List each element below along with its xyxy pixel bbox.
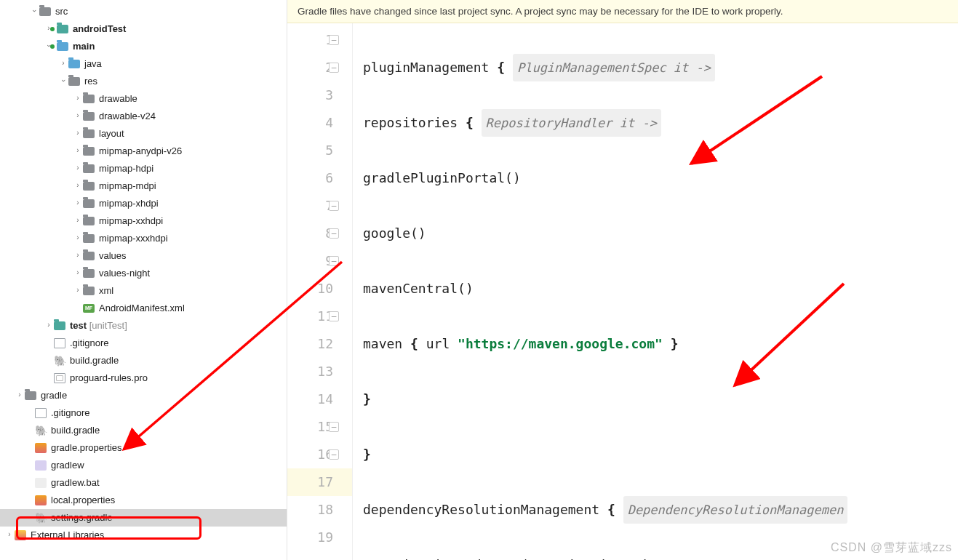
- tree-label: res: [84, 73, 103, 90]
- fold-icon[interactable]: [329, 228, 339, 239]
- tree-drawable-v24[interactable]: drawable-v24: [0, 108, 287, 125]
- shell-icon: [35, 460, 47, 471]
- tree-label: gradle.properties: [51, 439, 128, 457]
- tree-label: proguard-rules.pro: [70, 369, 153, 387]
- tree-label: java: [84, 55, 108, 73]
- tree-androidtest[interactable]: androidTest: [0, 20, 287, 38]
- tree-label: mipmap-xxhdpi: [99, 212, 169, 230]
- tree-gradlew-bat[interactable]: gradlew.bat: [0, 474, 287, 492]
- tree-label: local.properties: [51, 492, 121, 509]
- sync-banner[interactable]: Gradle files have changed since last pro…: [287, 0, 958, 23]
- tree-proguard[interactable]: proguard-rules.pro: [0, 369, 287, 387]
- fold-icon[interactable]: [329, 449, 339, 460]
- fold-icon[interactable]: [329, 35, 339, 45]
- properties-icon: [35, 443, 47, 453]
- tree-label: androidTest: [73, 20, 132, 38]
- tree-gradle-dir[interactable]: gradle: [0, 387, 287, 404]
- tree-label: values: [99, 247, 132, 265]
- tree-label: .gitignore: [51, 404, 95, 422]
- fold-icon[interactable]: [329, 256, 339, 266]
- tree-mipmap-xhdpi[interactable]: mipmap-xhdpi: [0, 195, 287, 212]
- tree-label: AndroidManifest.xml: [99, 300, 191, 317]
- tree-mipmap-xxxhdpi[interactable]: mipmap-xxxhdpi: [0, 230, 287, 247]
- gradle-icon: [35, 512, 47, 524]
- fold-icon[interactable]: [329, 201, 339, 211]
- fold-icon[interactable]: [329, 63, 339, 73]
- inlay-hint: PluginManagementSpec it ->: [513, 54, 715, 81]
- tree-src[interactable]: src: [0, 3, 287, 20]
- line-gutter[interactable]: 1 2 3 4 5 6 7 8 9 10 11 12 13 14 15 16 1…: [287, 23, 353, 560]
- tree-label: .gitignore: [70, 335, 114, 352]
- tree-label: mipmap-hdpi: [99, 160, 159, 177]
- tree-label: gradle: [41, 387, 73, 404]
- tree-label: mipmap-xxxhdpi: [99, 230, 174, 247]
- tree-build-gradle-root[interactable]: build.gradle: [0, 422, 287, 439]
- tree-main[interactable]: main: [0, 38, 287, 55]
- tree-values[interactable]: values: [0, 247, 287, 265]
- tree-label: gradlew: [51, 457, 90, 474]
- tree-label: test [unitTest]: [70, 317, 133, 335]
- tree-label: settings.gradle: [51, 509, 119, 527]
- code-area[interactable]: pluginManagement { PluginManagementSpec …: [353, 23, 958, 560]
- tree-label: drawable: [99, 90, 143, 108]
- tree-label: drawable-v24: [99, 108, 161, 125]
- tree-label: build.gradle: [51, 422, 105, 439]
- tree-build-gradle-app[interactable]: build.gradle: [0, 352, 287, 369]
- fold-icon[interactable]: [329, 311, 339, 321]
- tree-label: External Libraries: [31, 527, 110, 544]
- fold-icon[interactable]: [329, 422, 339, 432]
- bat-icon: [35, 478, 47, 488]
- banner-text: Gradle files have changed since last pro…: [298, 6, 783, 17]
- tree-local-properties[interactable]: local.properties: [0, 492, 287, 509]
- inlay-hint: DependencyResolutionManagemen: [623, 496, 848, 524]
- tree-gitignore[interactable]: .gitignore: [0, 335, 287, 352]
- tree-mipmap-xxhdpi[interactable]: mipmap-xxhdpi: [0, 212, 287, 230]
- root: src androidTest main java res drawable d…: [0, 0, 958, 560]
- inlay-hint: RepositoryHandler it ->: [482, 109, 661, 137]
- watermark: CSDN @雪芽蓝域zzs: [831, 540, 952, 556]
- tree-gradlew[interactable]: gradlew: [0, 457, 287, 474]
- tree-drawable[interactable]: drawable: [0, 90, 287, 108]
- tree-label: mipmap-anydpi-v26: [99, 143, 188, 160]
- tree-label: layout: [99, 125, 130, 143]
- manifest-icon: [83, 304, 95, 313]
- tree-mipmap-mdpi[interactable]: mipmap-mdpi: [0, 177, 287, 195]
- library-icon: [15, 530, 26, 540]
- tree-label: mipmap-mdpi: [99, 177, 162, 195]
- tree-label: values-night: [99, 265, 156, 282]
- project-tree[interactable]: src androidTest main java res drawable d…: [0, 0, 287, 560]
- tree-test[interactable]: test [unitTest]: [0, 317, 287, 335]
- tree-label: mipmap-xhdpi: [99, 195, 164, 212]
- tree-label: gradlew.bat: [51, 474, 105, 492]
- tree-label: src: [55, 3, 73, 20]
- tree-label: xml: [99, 282, 119, 300]
- tree-mipmap-anydpi[interactable]: mipmap-anydpi-v26: [0, 143, 287, 160]
- tree-layout[interactable]: layout: [0, 125, 287, 143]
- gradle-icon: [35, 425, 47, 436]
- tree-java[interactable]: java: [0, 55, 287, 73]
- tree-external-libraries[interactable]: External Libraries: [0, 527, 287, 544]
- tree-res[interactable]: res: [0, 73, 287, 90]
- tree-manifest[interactable]: AndroidManifest.xml: [0, 300, 287, 317]
- tree-xml[interactable]: xml: [0, 282, 287, 300]
- code-editor: Gradle files have changed since last pro…: [287, 0, 958, 560]
- tree-gitignore2[interactable]: .gitignore: [0, 404, 287, 422]
- tree-settings-gradle[interactable]: settings.gradle: [0, 509, 287, 527]
- tree-gradle-properties[interactable]: gradle.properties: [0, 439, 287, 457]
- gradle-icon: [54, 355, 65, 367]
- tree-label: main: [73, 38, 100, 55]
- tree-values-night[interactable]: values-night: [0, 265, 287, 282]
- tree-label: build.gradle: [70, 352, 124, 369]
- properties-icon: [35, 495, 47, 505]
- tree-mipmap-hdpi[interactable]: mipmap-hdpi: [0, 160, 287, 177]
